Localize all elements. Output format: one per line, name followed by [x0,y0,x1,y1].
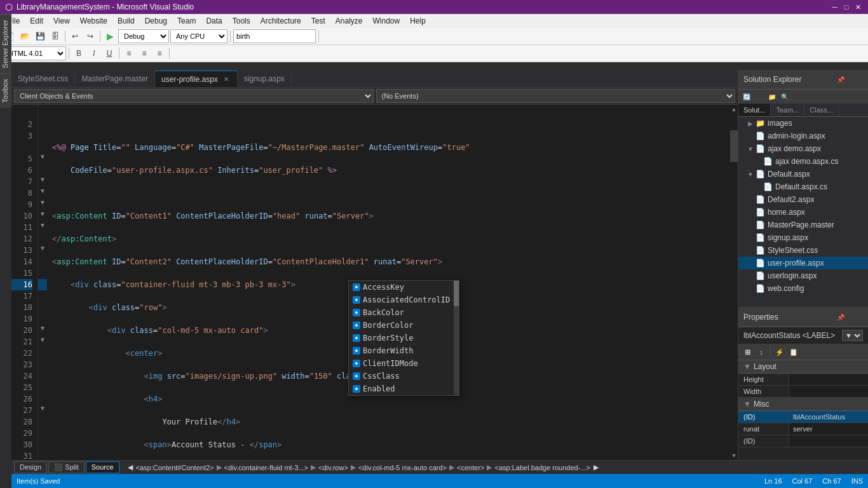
bc-item-3[interactable]: <div.row> [318,464,348,471]
se-pin-btn[interactable]: 📌 [834,72,848,86]
tree-item-ajaxdemocs[interactable]: ▶ 📄 ajax demo.aspx.cs [738,155,868,168]
objects-dropdown[interactable]: Client Objects & Events [14,89,374,103]
tree-arrow-images[interactable]: ▶ [746,120,755,127]
menu-website[interactable]: Website [75,14,112,28]
ac-item-associatedcontrolid[interactable]: ◆ AssociatedControlID [349,294,459,306]
tree-item-userlogin[interactable]: ▶ 📄 userlogin.aspx [738,269,868,282]
bc-item-5[interactable]: <center> [457,464,484,471]
tab-masterpage[interactable]: MasterPage.master [75,71,155,87]
menu-edit[interactable]: Edit [25,14,48,28]
bc-item-4[interactable]: <div.col-md-5 mx-auto card> [358,464,447,471]
props-val-height[interactable] [789,374,868,385]
redo-btn[interactable]: ↪ [83,29,97,43]
tree-item-signup[interactable]: ▶ 📄 signup.aspx [738,231,868,244]
ac-item-cssclass[interactable]: ◆ CssClass [349,370,459,383]
save-all-btn[interactable]: 🗄 [48,29,62,43]
open-btn[interactable]: 📂 [18,29,32,43]
se-tab-team[interactable]: Team... [771,104,804,116]
se-toolbar-btn4[interactable]: 🔍 [779,91,790,102]
server-explorer-tab[interactable]: Server Explorer [0,14,11,73]
props-pin-btn[interactable]: 📌 [834,310,848,324]
ac-item-accesskey[interactable]: ◆ AccessKey [349,281,459,294]
props-close-btn[interactable]: ✕ [849,310,863,324]
se-collapse-btn[interactable]: ⋯ [818,72,832,86]
props-section-misc-header[interactable]: ▼ Misc [738,398,868,411]
scroll-thumb[interactable] [730,130,738,162]
platform-dropdown[interactable]: Any CPU [170,29,227,43]
html-version-dropdown[interactable]: HTML 4.01 [3,46,66,60]
tree-arrow-ajaxdemo[interactable]: ▼ [746,146,755,152]
tree-item-masterpage[interactable]: ▶ 📄 MasterPage.master [738,219,868,231]
ac-item-borderwidth[interactable]: ◆ BorderWidth [349,344,459,357]
close-button[interactable]: ✕ [853,2,863,12]
menu-debug[interactable]: Debug [140,14,172,28]
toolbox-tab[interactable]: Toolbox [0,73,11,108]
props-val-runat[interactable]: server [789,423,868,435]
props-val-width[interactable] [789,386,868,397]
ac-item-backcolor[interactable]: ◆ BackColor [349,306,459,319]
maximize-button[interactable]: □ [841,2,851,12]
breadcrumb-nav-right[interactable]: ▶ [592,463,600,471]
tree-item-stylesheet[interactable]: ▶ 📄 StyleSheet.css [738,244,868,257]
se-toolbar-btn3[interactable]: 📁 [766,91,778,102]
undo-btn[interactable]: ↩ [68,29,82,43]
tab-userprofile[interactable]: user-profile.aspx ✕ [155,71,238,87]
tree-item-default[interactable]: ▼ 📄 Default.aspx [738,168,868,180]
props-alpha-btn[interactable]: ↕ [755,346,768,358]
menu-team[interactable]: Team [172,14,201,28]
bc-item-6[interactable]: <asp:Label.badge rounded-...> [494,464,590,471]
breadcrumb-nav-left[interactable]: ◀ [126,463,135,471]
ac-item-enabled[interactable]: ◆ Enabled [349,383,459,395]
tree-arrow-default[interactable]: ▼ [746,171,755,178]
props-events-btn[interactable]: ⚡ [773,346,786,358]
ac-item-clientidmode[interactable]: ◆ ClientIDMode [349,357,459,370]
minimize-button[interactable]: ─ [830,2,840,12]
menu-analyze[interactable]: Analyze [330,14,368,28]
props-val-id2[interactable] [789,435,868,447]
ac-scroll-thumb[interactable] [454,281,459,306]
format-btn3[interactable]: U [102,46,116,60]
autocomplete-dropdown[interactable]: ◆ AccessKey ◆ AssociatedControlID ◆ Back… [348,280,459,396]
props-pages-btn[interactable]: 📋 [787,346,800,358]
ac-item-borderstyle[interactable]: ◆ BorderStyle [349,332,459,344]
se-toolbar-btn2[interactable]: ⚙ [754,91,765,102]
menu-architecture[interactable]: Architecture [255,14,306,28]
search-input[interactable] [233,29,316,43]
menu-test[interactable]: Test [306,14,330,28]
menu-view[interactable]: View [48,14,75,28]
bc-item-1[interactable]: <asp:Content#Content2> [136,464,214,471]
scroll-down-btn[interactable]: ▼ [730,451,738,460]
tree-item-home[interactable]: ▶ 📄 home.aspx [738,206,868,219]
view-tab-source[interactable]: Source [86,461,119,473]
save-btn[interactable]: 💾 [33,29,47,43]
props-category-btn[interactable]: ⊞ [741,346,754,358]
ac-item-bordercolor[interactable]: ◆ BorderColor [349,319,459,332]
menu-window[interactable]: Window [368,14,405,28]
tree-item-defaultcs[interactable]: ▶ 📄 Default.aspx.cs [738,180,868,193]
menu-tools[interactable]: Tools [227,14,255,28]
start-btn[interactable]: ▶ [103,29,117,43]
tab-stylesheet[interactable]: StyleSheet.css [11,71,75,87]
tab-signup[interactable]: signup.aspx [238,71,292,87]
props-val-id[interactable]: lblAccountStatus [789,411,868,423]
tree-item-webconfig[interactable]: ▶ 📄 web.config [738,282,868,295]
tree-item-ajaxdemo[interactable]: ▼ 📄 ajax demo.aspx [738,142,868,155]
tab-userprofile-close[interactable]: ✕ [222,75,231,84]
format-btn2[interactable]: I [87,46,101,60]
tree-item-userprofile[interactable]: ▶ 📄 user-profile.aspx [738,257,868,269]
se-tab-solution[interactable]: Solut... [738,104,771,116]
code-scrollbar[interactable]: ▲ ▼ [730,105,738,460]
bc-item-2[interactable]: <div.container-fluid mt-3...> [224,464,308,471]
align-left-btn[interactable]: ≡ [122,46,136,60]
debug-config-dropdown[interactable]: Debug [118,29,169,43]
tree-item-images[interactable]: ▶ 📁 images [738,117,868,130]
properties-object-type[interactable]: ▼ [842,330,863,341]
se-tab-class[interactable]: Class... [804,104,839,116]
props-section-layout-header[interactable]: ▼ Layout [738,360,868,374]
scroll-up-btn[interactable]: ▲ [730,105,738,114]
tree-item-default2[interactable]: ▶ 📄 Default2.aspx [738,193,868,206]
align-right-btn[interactable]: ≡ [153,46,166,60]
se-toolbar-btn1[interactable]: 🔄 [741,91,752,102]
se-close-btn[interactable]: ✕ [849,72,863,86]
format-btn1[interactable]: B [72,46,86,60]
